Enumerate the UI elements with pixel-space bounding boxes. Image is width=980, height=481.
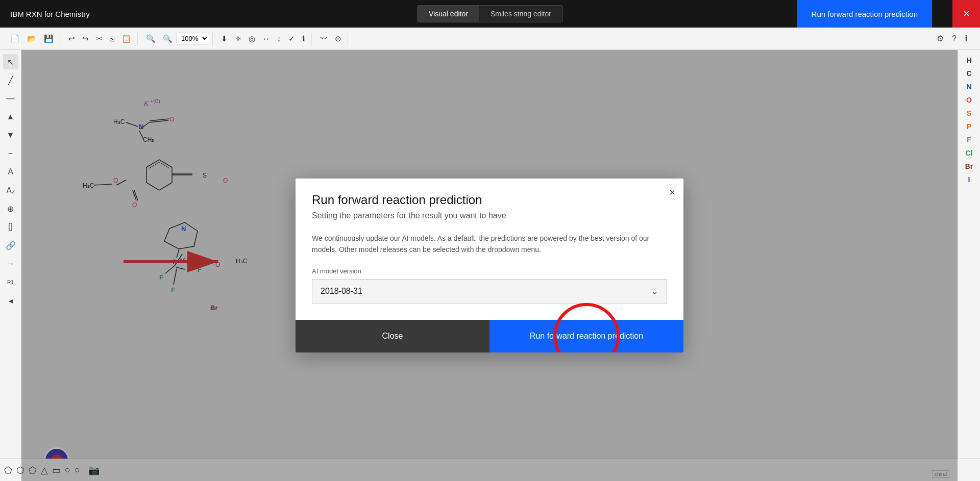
select-tools: 〰 ⊙ [314,32,348,45]
new-file-btn[interactable]: 📄 [7,32,23,45]
reaction-tool[interactable]: → [3,256,18,271]
modal-subtitle: Setting the parameters for the result yo… [312,211,667,220]
element-O[interactable]: O [958,94,980,106]
modal-body: We continuously update our AI models. As… [296,220,683,320]
wedge-tool[interactable]: ◂ [3,293,18,308]
flip-v-btn[interactable]: ↕ [274,32,284,45]
left-sidebar: ↖ ╱ — ▲ ▼ − A A₂ ⊕ [] 🔗 → R1 ◂ [0,50,21,481]
search-tool[interactable]: ⊕ [3,201,18,216]
info-btn[interactable]: ℹ [299,32,308,45]
run-reaction-button[interactable]: Run forward reaction prediction [797,0,932,28]
settings-area: ⚙ ? ℹ [937,34,976,43]
model-version-select[interactable]: 2018-08-31 ⌄ [312,279,667,303]
element-P[interactable]: P [958,120,980,133]
open-file-btn[interactable]: 📂 [24,32,40,45]
tab-visual-editor[interactable]: Visual editor [418,6,479,22]
subscript-tool[interactable]: A₂ [3,183,18,198]
zoom-select[interactable]: 100% 50% 75% 150% 200% [177,33,209,44]
paste-btn[interactable]: 📋 [118,32,134,45]
modal-run-button[interactable]: Run forward reaction prediction [489,320,683,352]
arrow-up-tool[interactable]: ▲ [3,109,18,124]
view-tools: 🔍 🔍 100% 50% 75% 150% 200% [140,32,213,45]
settings-icon[interactable]: ⚙ [937,34,944,43]
element-Cl[interactable]: Cl [958,147,980,159]
tab-smiles-editor[interactable]: Smiles string editor [479,6,562,22]
line-tool[interactable]: — [3,91,18,106]
help-icon[interactable]: ? [952,34,957,43]
modal-title: Run forward reaction prediction [312,193,667,207]
edit-tools: ↩ ↪ ✂ ⎘ 📋 [62,32,138,45]
close-icon: ✕ [963,8,970,19]
modal-description: We continuously update our AI models. As… [312,233,667,256]
app-name: IBM RXN for Chemistry [10,10,90,18]
minus-tool[interactable]: − [3,146,18,161]
save-btn[interactable]: 💾 [41,32,57,45]
editor-tabs: Visual editor Smiles string editor [417,5,563,22]
action-tools: ⬇ ⚛ ◎ ↔ ↕ ✓ ℹ [215,32,312,45]
zoom-in-btn[interactable]: 🔍 [160,32,176,45]
ai-model-label: AI model version [312,267,667,275]
flip-h-btn[interactable]: ↔ [259,32,273,45]
modal-close-footer-button[interactable]: Close [296,320,489,352]
cut-btn[interactable]: ✂ [93,32,106,45]
right-element-panel: H C N O S P F Cl Br I ⊞ [958,50,980,481]
element-I[interactable]: I [958,173,980,186]
modal-dialog: Run forward reaction prediction Setting … [296,179,683,353]
modal-backdrop: Run forward reaction prediction Setting … [21,50,958,481]
element-C[interactable]: C [958,67,980,80]
model-version-value: 2018-08-31 [321,287,651,296]
toolbar: 📄 📂 💾 ↩ ↪ ✂ ⎘ 📋 🔍 🔍 100% 50% 75% 150% 20… [0,28,980,50]
element-S[interactable]: S [958,107,980,119]
element-N[interactable]: N [958,81,980,93]
main-area: ↖ ╱ — ▲ ▼ − A A₂ ⊕ [] 🔗 → R1 ◂ K +(0) N … [0,50,980,481]
modal-header: Run forward reaction prediction Setting … [296,179,683,220]
atom-btn[interactable]: ◎ [246,32,258,45]
link-tool[interactable]: 🔗 [3,238,18,253]
r1-tool[interactable]: R1 [3,274,18,290]
arrow-down-tool[interactable]: ▼ [3,128,18,143]
structure-btn[interactable]: ⚛ [232,32,244,45]
element-Br[interactable]: Br [958,160,980,172]
zoom-out-btn[interactable]: 🔍 [143,32,159,45]
close-top-button[interactable]: ✕ [952,0,980,28]
pentagon-tool[interactable]: ⬠ [4,465,12,476]
element-F[interactable]: F [958,134,980,146]
copy-btn[interactable]: ⎘ [107,32,117,45]
select-tool[interactable]: ↖ [3,54,18,69]
top-nav: IBM RXN for Chemistry Visual editor Smil… [0,0,980,28]
file-tools: 📄 📂 💾 [4,32,60,45]
text-tool[interactable]: A [3,164,18,180]
modal-close-button[interactable]: × [669,187,675,198]
select-btn[interactable]: ⊙ [332,32,345,45]
app-title: IBM RXN for Chemistry [0,10,100,18]
undo-btn[interactable]: ↩ [65,32,78,45]
about-icon[interactable]: ℹ [965,34,968,43]
bond-tool[interactable]: ╱ [3,72,18,88]
chevron-down-icon: ⌄ [651,286,658,297]
lasso-btn[interactable]: 〰 [317,32,331,45]
modal-footer: Close Run forward reaction prediction [296,320,683,352]
element-H[interactable]: H [958,54,980,66]
canvas-area: K +(0) N H₃C CH₃ O H₃C O O [21,50,958,481]
redo-btn[interactable]: ↪ [79,32,92,45]
align-btn[interactable]: ⬇ [218,32,231,45]
clean-btn[interactable]: ✓ [285,32,298,45]
bracket-tool[interactable]: [] [3,219,18,235]
